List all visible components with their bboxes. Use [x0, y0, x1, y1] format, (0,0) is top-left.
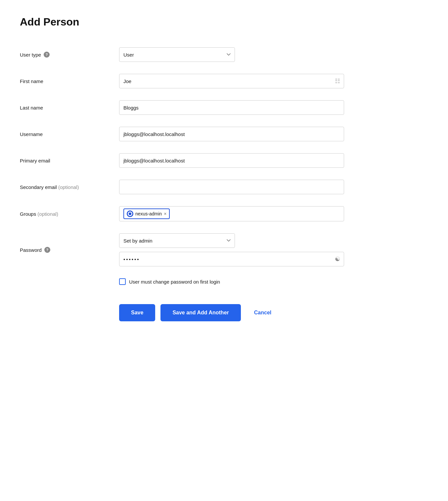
page-container: Add Person User type ? User Admin Servic…	[0, 0, 364, 337]
user-type-label: User type	[20, 52, 41, 58]
groups-row: Groups (optional) nexus-admin ×	[20, 200, 344, 227]
user-type-label-col: User type ?	[20, 52, 106, 58]
first-name-label: First name	[20, 78, 43, 84]
groups-label-col: Groups (optional)	[20, 211, 106, 217]
password-label: Password	[20, 247, 42, 253]
password-toggle-icon[interactable]: ☯	[335, 255, 340, 263]
page-title: Add Person	[20, 16, 344, 28]
form-actions: Save Save and Add Another Cancel	[119, 291, 344, 321]
group-tag-radio-icon	[127, 210, 133, 217]
group-tag-inner-circle	[129, 212, 131, 215]
group-tag-nexus-admin: nexus-admin ×	[123, 208, 170, 219]
password-field-container: ☯	[119, 252, 344, 266]
password-label-col: Password ?	[20, 247, 106, 253]
change-password-checkbox[interactable]	[119, 278, 126, 285]
groups-optional: (optional)	[37, 211, 58, 217]
first-name-label-col: First name	[20, 78, 106, 84]
last-name-label-col: Last name	[20, 105, 106, 111]
secondary-email-row: Secondary email (optional)	[20, 174, 344, 200]
secondary-email-control	[119, 180, 344, 194]
save-button[interactable]: Save	[119, 304, 155, 321]
username-control	[119, 127, 344, 141]
groups-control: nexus-admin ×	[119, 206, 344, 221]
contact-card-icon: ☷	[335, 77, 340, 85]
groups-input-container[interactable]: nexus-admin ×	[119, 206, 344, 221]
primary-email-label-col: Primary email	[20, 158, 106, 163]
cancel-button[interactable]: Cancel	[246, 304, 279, 321]
password-select-row: Set by admin User defined ☯	[119, 233, 344, 266]
secondary-email-input[interactable]	[119, 180, 344, 194]
user-type-control: User Admin Service Account	[119, 47, 344, 62]
group-tag-name: nexus-admin	[135, 211, 162, 216]
last-name-row: Last name	[20, 94, 344, 121]
password-row: Password ? Set by admin User defined ☯	[20, 227, 344, 272]
password-type-select[interactable]: Set by admin User defined	[119, 233, 235, 248]
first-name-input[interactable]	[119, 74, 344, 88]
last-name-label: Last name	[20, 105, 43, 111]
secondary-email-label: Secondary email (optional)	[20, 184, 79, 190]
primary-email-input[interactable]	[119, 153, 344, 168]
last-name-control	[119, 100, 344, 115]
group-tag-remove-button[interactable]: ×	[164, 211, 166, 216]
username-input[interactable]	[119, 127, 344, 141]
username-label-col: Username	[20, 131, 106, 137]
secondary-email-optional: (optional)	[58, 184, 79, 190]
password-help-icon[interactable]: ?	[44, 247, 50, 253]
primary-email-row: Primary email	[20, 147, 344, 174]
groups-label: Groups (optional)	[20, 211, 58, 217]
secondary-email-label-col: Secondary email (optional)	[20, 184, 106, 190]
first-name-control: ☷	[119, 74, 344, 88]
user-type-help-icon[interactable]: ?	[44, 52, 50, 58]
password-control: Set by admin User defined ☯	[119, 233, 344, 266]
change-password-row: User must change password on first login	[119, 272, 344, 291]
primary-email-control	[119, 153, 344, 168]
add-person-form: User type ? User Admin Service Account F…	[20, 41, 344, 321]
user-type-row: User type ? User Admin Service Account	[20, 41, 344, 68]
save-and-add-another-button[interactable]: Save and Add Another	[160, 304, 241, 321]
user-type-select[interactable]: User Admin Service Account	[119, 47, 235, 62]
username-row: Username	[20, 121, 344, 147]
first-name-row: First name ☷	[20, 68, 344, 94]
change-password-label: User must change password on first login	[129, 279, 220, 285]
username-label: Username	[20, 131, 43, 137]
last-name-input[interactable]	[119, 100, 344, 115]
primary-email-label: Primary email	[20, 158, 50, 163]
password-input[interactable]	[119, 252, 344, 266]
